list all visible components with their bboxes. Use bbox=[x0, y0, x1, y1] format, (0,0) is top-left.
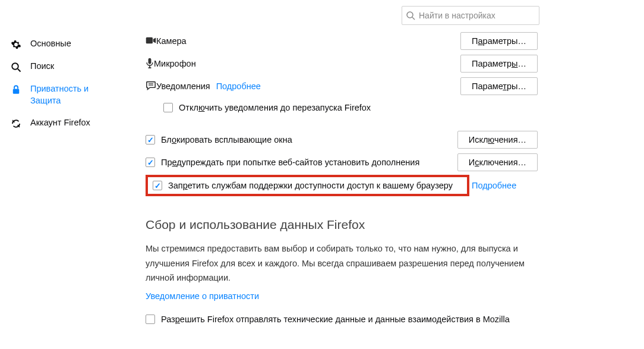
microphone-settings-button[interactable]: Параметры… bbox=[460, 55, 538, 73]
notifications-settings-button[interactable]: Параметры… bbox=[460, 77, 538, 95]
chat-icon bbox=[146, 81, 156, 92]
microphone-label: Микрофон bbox=[154, 59, 196, 68]
sidebar-item-privacy[interactable]: Приватность и Защита bbox=[11, 78, 119, 112]
privacy-notice-link[interactable]: Уведомление о приватности bbox=[146, 291, 259, 301]
notifications-learn-more-link[interactable]: Подробнее bbox=[216, 81, 261, 91]
addons-exceptions-button[interactable]: Исключения… bbox=[457, 153, 538, 171]
search-icon bbox=[11, 61, 24, 73]
svg-line-3 bbox=[18, 69, 21, 72]
search-input[interactable] bbox=[402, 6, 539, 25]
disable-notifications-label: Отключить уведомления до перезапуска Fir… bbox=[179, 103, 371, 112]
block-a11y-checkbox[interactable] bbox=[153, 181, 162, 190]
sync-icon bbox=[11, 117, 24, 129]
block-a11y-label: Запретить службам поддержки доступности … bbox=[168, 181, 453, 190]
svg-point-2 bbox=[12, 63, 18, 70]
gear-icon bbox=[11, 38, 24, 50]
warn-addons-checkbox[interactable] bbox=[146, 158, 155, 167]
sidebar-item-label: Аккаунт Firefox bbox=[30, 117, 90, 129]
sidebar-item-general[interactable]: Основные bbox=[11, 33, 119, 55]
camera-settings-button[interactable]: Параметры… bbox=[460, 32, 538, 50]
warn-addons-label: Предупреждать при попытке веб-сайтов уст… bbox=[161, 158, 419, 167]
sidebar-item-label: Поиск bbox=[30, 61, 54, 73]
sidebar-item-search[interactable]: Поиск bbox=[11, 55, 119, 78]
popups-exceptions-button[interactable]: Исключения… bbox=[457, 131, 538, 149]
lock-icon bbox=[11, 83, 24, 95]
allow-tech-data-checkbox[interactable] bbox=[146, 315, 155, 324]
disable-notifications-checkbox[interactable] bbox=[163, 103, 173, 112]
block-popups-label: Блокировать всплывающие окна bbox=[161, 135, 292, 144]
svg-line-1 bbox=[412, 17, 415, 20]
highlight-box: Запретить службам поддержки доступности … bbox=[146, 175, 469, 196]
camera-label: Камера bbox=[156, 36, 187, 46]
sidebar-item-label: Основные bbox=[30, 38, 71, 50]
camera-icon bbox=[146, 36, 156, 46]
sidebar: Основные Поиск Приватность и Защита Акка… bbox=[0, 0, 119, 329]
sidebar-item-account[interactable]: Аккаунт Firefox bbox=[11, 112, 119, 134]
main-content: Камера Параметры… Микрофон Параметры… Ув… bbox=[119, 0, 644, 329]
svg-rect-4 bbox=[13, 89, 20, 94]
block-popups-checkbox[interactable] bbox=[146, 135, 155, 144]
notifications-label: Уведомления bbox=[156, 81, 210, 91]
data-section-paragraph: Мы стремимся предоставить вам выбор и со… bbox=[146, 241, 526, 285]
sidebar-item-label: Приватность и Защита bbox=[30, 83, 119, 106]
a11y-learn-more-link[interactable]: Подробнее bbox=[472, 181, 516, 190]
svg-point-0 bbox=[407, 12, 413, 18]
svg-rect-6 bbox=[149, 58, 151, 64]
search-icon bbox=[406, 11, 415, 20]
data-section-title: Сбор и использование данных Firefox bbox=[146, 218, 644, 232]
allow-tech-data-label: Разрешить Firefox отправлять технические… bbox=[161, 315, 510, 324]
microphone-icon bbox=[146, 58, 154, 70]
svg-rect-5 bbox=[146, 37, 153, 43]
